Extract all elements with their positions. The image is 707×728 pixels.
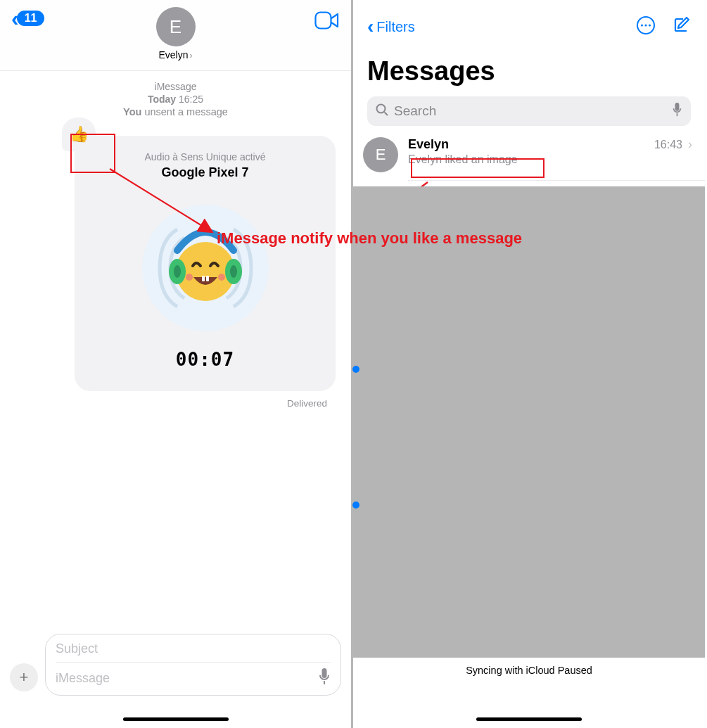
message-bubble-container: Audio à Sens Unique activé Google Pixel … — [75, 136, 336, 391]
svg-rect-4 — [206, 276, 209, 281]
audio-timer: 00:07 — [87, 349, 323, 370]
compose-icon — [671, 15, 691, 35]
filters-button[interactable]: ‹ Filters — [367, 17, 415, 37]
svg-point-6 — [218, 274, 225, 281]
annotation-box-preview — [411, 158, 544, 178]
row-time: 16:43 — [654, 139, 682, 151]
contact-name: Evelyn› — [156, 49, 196, 60]
page-title: Messages — [367, 56, 691, 87]
messages-list-pane: ‹ Filters Messages Search — [353, 0, 705, 728]
conversation-header: ‹ 11 E Evelyn› — [0, 0, 351, 71]
svg-rect-3 — [202, 276, 205, 281]
message-bubble[interactable]: Audio à Sens Unique activé Google Pixel … — [75, 136, 336, 391]
unread-badge: 11 — [17, 11, 45, 26]
video-icon — [314, 11, 340, 30]
filters-label: Filters — [376, 19, 414, 35]
timestamp: Today 16:25 — [8, 94, 343, 105]
compose-field[interactable]: Subject iMessage — [45, 634, 341, 696]
svg-rect-13 — [324, 681, 325, 684]
microphone-icon — [318, 668, 331, 685]
dictation-button[interactable] — [318, 668, 331, 688]
message-input[interactable]: iMessage — [56, 671, 110, 686]
facetime-button[interactable] — [314, 11, 340, 32]
svg-point-15 — [641, 24, 643, 26]
dictation-button[interactable] — [672, 103, 682, 120]
svg-point-8 — [174, 265, 181, 278]
search-icon — [376, 103, 388, 120]
delivered-status: Delivered — [8, 398, 327, 409]
search-placeholder: Search — [394, 103, 672, 119]
message-composer: + Subject iMessage — [0, 634, 351, 696]
annotation-box-reaction — [70, 134, 115, 173]
ellipsis-circle-icon — [636, 15, 656, 35]
svg-point-16 — [644, 24, 647, 26]
home-indicator[interactable] — [123, 717, 229, 721]
svg-point-17 — [649, 24, 651, 26]
add-attachment-button[interactable]: + — [10, 663, 38, 691]
annotation-text: iMessage notify when you like a message — [217, 229, 522, 248]
svg-rect-20 — [675, 103, 680, 111]
bubble-title: Google Pixel 7 — [87, 165, 323, 180]
avatar: E — [156, 7, 196, 46]
chevron-right-icon: › — [688, 137, 692, 151]
home-indicator[interactable] — [476, 717, 582, 721]
svg-rect-0 — [316, 13, 331, 29]
redacted-list-block — [353, 186, 705, 658]
search-input[interactable]: Search — [367, 96, 691, 126]
sync-status: Syncing with iCloud Paused — [353, 665, 705, 676]
audio-artwork — [139, 201, 272, 335]
bubble-subtitle: Audio à Sens Unique activé — [87, 151, 323, 162]
svg-line-19 — [385, 112, 388, 115]
svg-point-18 — [377, 104, 386, 113]
chevron-right-icon: › — [190, 51, 193, 60]
svg-point-10 — [230, 265, 237, 278]
chevron-left-icon: ‹ — [367, 17, 374, 37]
svg-point-5 — [186, 274, 193, 281]
back-button[interactable]: ‹ 11 — [11, 7, 44, 30]
unsent-notice: You unsent a message — [8, 106, 343, 117]
microphone-icon — [672, 103, 682, 117]
svg-rect-12 — [322, 668, 327, 678]
more-button[interactable] — [636, 15, 656, 38]
row-name: Evelyn — [408, 137, 449, 152]
plus-icon: + — [20, 668, 29, 687]
service-label: iMessage — [8, 81, 343, 92]
conversation-pane: ‹ 11 E Evelyn› iMessage Today 16:25 You … — [0, 0, 353, 728]
contact-header[interactable]: E Evelyn› — [156, 7, 196, 60]
subject-input[interactable]: Subject — [56, 641, 331, 663]
compose-button[interactable] — [671, 15, 691, 38]
svg-rect-21 — [677, 113, 678, 116]
avatar: E — [363, 137, 398, 172]
